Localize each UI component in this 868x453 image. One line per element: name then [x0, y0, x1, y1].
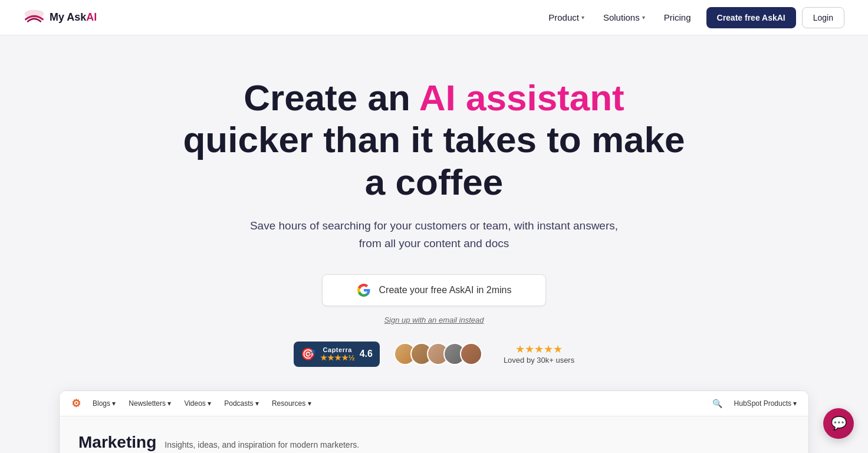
capterra-icon: 🎯 — [301, 347, 315, 361]
chat-icon: 💬 — [831, 416, 847, 431]
chevron-down-icon: ▾ — [581, 14, 584, 21]
preview-marketing-title: Marketing — [78, 433, 156, 452]
hero-accent: AI assistant — [419, 77, 624, 118]
loved-text-block: ★★★★★ Loved by 30k+ users — [504, 344, 574, 365]
capterra-badge: 🎯 Capterra ★★★★½ 4.6 — [294, 342, 380, 367]
preview-marketing-header: Marketing Insights, ideas, and inspirati… — [78, 433, 790, 452]
hero-title: Create an AI assistant quicker than it t… — [180, 77, 688, 203]
preview-content: Marketing Insights, ideas, and inspirati… — [60, 416, 808, 453]
preview-marketing-subtitle: Insights, ideas, and inspiration for mod… — [165, 440, 359, 449]
capterra-label: Capterra — [320, 346, 355, 353]
chat-widget-button[interactable]: 💬 — [823, 408, 854, 439]
preview-browser: ⚙ Blogs ▾ Newsletters ▾ Videos ▾ Podcast… — [59, 390, 809, 453]
nav-pricing[interactable]: Pricing — [656, 8, 699, 27]
loved-label: Loved by 30k+ users — [504, 356, 574, 365]
nav-links: Product ▾ Solutions ▾ Pricing Create fre… — [540, 7, 844, 28]
social-proof-section: 🎯 Capterra ★★★★½ 4.6 ★★★★★ Loved by 30k+… — [12, 342, 856, 367]
nav-product[interactable]: Product ▾ — [540, 8, 593, 27]
nav-solutions[interactable]: Solutions ▾ — [595, 8, 653, 27]
navbar: My AskAI Product ▾ Solutions ▾ Pricing C… — [0, 0, 868, 35]
login-button[interactable]: Login — [802, 7, 844, 28]
preview-nav: ⚙ Blogs ▾ Newsletters ▾ Videos ▾ Podcast… — [60, 391, 808, 416]
hubspot-logo: ⚙ — [71, 397, 81, 410]
preview-nav-links: Blogs ▾ Newsletters ▾ Videos ▾ Podcasts … — [88, 397, 316, 410]
preview-nav-blogs[interactable]: Blogs ▾ — [88, 397, 120, 410]
capterra-score: 4.6 — [360, 349, 373, 359]
preview-hub-products[interactable]: HubSpot Products ▾ — [734, 399, 797, 408]
preview-nav-newsletters[interactable]: Newsletters ▾ — [124, 397, 176, 410]
chevron-down-icon: ▾ — [642, 14, 645, 21]
hero-subtitle: Save hours of searching for your custome… — [245, 217, 623, 253]
logo[interactable]: My AskAI — [24, 9, 97, 26]
google-signin-wrap: Create your free AskAI in 2mins — [12, 274, 856, 306]
preview-nav-podcasts[interactable]: Podcasts ▾ — [219, 397, 264, 410]
preview-search-icon[interactable]: 🔍 — [712, 399, 722, 408]
create-free-askai-button[interactable]: Create free AskAI — [706, 7, 796, 28]
hero-section: Create an AI assistant quicker than it t… — [0, 35, 868, 453]
preview-nav-resources[interactable]: Resources ▾ — [267, 397, 316, 410]
google-signin-button[interactable]: Create your free AskAI in 2mins — [322, 274, 546, 306]
avatar — [460, 343, 482, 365]
user-avatars — [394, 343, 482, 365]
preview-section: ⚙ Blogs ▾ Newsletters ▾ Videos ▾ Podcast… — [12, 390, 856, 453]
capterra-stars: ★★★★½ — [320, 353, 355, 362]
logo-text: My AskAI — [50, 11, 97, 24]
loved-stars: ★★★★★ — [504, 344, 574, 354]
preview-nav-videos[interactable]: Videos ▾ — [179, 397, 216, 410]
email-signup-link[interactable]: Sign up with an email instead — [12, 314, 856, 325]
google-icon — [357, 283, 371, 297]
